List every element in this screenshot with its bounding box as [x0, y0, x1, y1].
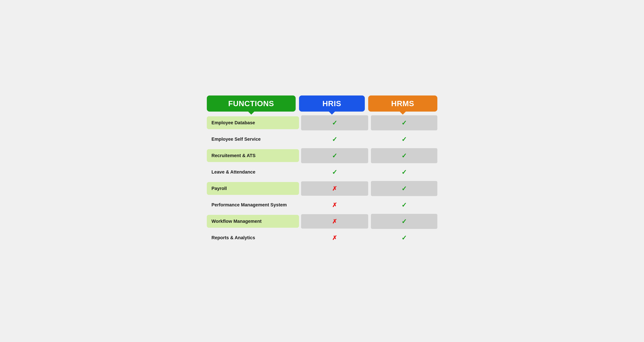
table-row: Reports & Analytics — [207, 230, 437, 245]
hris-header-label: HRIS — [322, 99, 341, 108]
function-cell: Reports & Analytics — [207, 231, 299, 244]
hris-cell — [301, 214, 368, 229]
hrms-cell — [371, 115, 437, 130]
function-cell: Employee Database — [207, 116, 299, 129]
table-row: Recruitement & ATS — [207, 148, 437, 163]
header-row: FUNCTIONS HRIS HRMS — [207, 96, 437, 112]
hrms-cell — [371, 148, 437, 163]
data-rows: Employee Database Employee Self Service … — [207, 115, 437, 247]
table-row: Leave & Attendance — [207, 165, 437, 180]
cross-icon — [332, 201, 337, 208]
check-icon — [402, 152, 407, 160]
function-cell: Recruitement & ATS — [207, 149, 299, 162]
table-row: Performance Management System — [207, 197, 437, 212]
check-icon — [332, 136, 337, 143]
hris-cell — [301, 231, 368, 245]
hris-cell — [301, 198, 368, 212]
hrms-cell — [371, 165, 437, 180]
header-hrms: HRMS — [368, 96, 437, 112]
check-icon — [332, 119, 337, 127]
hris-cell — [301, 148, 368, 163]
table-row: Workflow Management — [207, 214, 437, 229]
header-hris: HRIS — [299, 96, 365, 112]
table-row: Employee Database — [207, 115, 437, 130]
check-icon — [402, 218, 407, 225]
hrms-header-label: HRMS — [391, 99, 414, 108]
hris-cell — [301, 165, 368, 180]
check-icon — [402, 201, 407, 209]
table-row: Employee Self Service — [207, 132, 437, 147]
cross-icon — [332, 218, 337, 225]
hris-cell — [301, 181, 368, 196]
comparison-table: FUNCTIONS HRIS HRMS Employee Database Em… — [204, 89, 441, 253]
hris-cell — [301, 132, 368, 147]
cross-icon — [332, 234, 337, 241]
function-cell: Performance Management System — [207, 198, 299, 211]
hrms-cell — [371, 197, 437, 212]
check-icon — [332, 152, 337, 160]
hris-cell — [301, 115, 368, 130]
check-icon — [402, 234, 407, 242]
check-icon — [402, 185, 407, 192]
check-icon — [402, 119, 407, 127]
functions-header-label: FUNCTIONS — [228, 99, 274, 108]
header-functions: FUNCTIONS — [207, 96, 296, 112]
function-cell: Workflow Management — [207, 215, 299, 228]
function-cell: Leave & Attendance — [207, 166, 299, 178]
hrms-cell — [371, 132, 437, 147]
check-icon — [402, 136, 407, 143]
table-row: Payroll — [207, 181, 437, 196]
check-icon — [332, 168, 337, 176]
cross-icon — [332, 185, 337, 192]
hrms-cell — [371, 181, 437, 196]
function-cell: Payroll — [207, 182, 299, 195]
hrms-cell — [371, 214, 437, 229]
function-cell: Employee Self Service — [207, 133, 299, 146]
check-icon — [402, 168, 407, 176]
hrms-cell — [371, 230, 437, 245]
